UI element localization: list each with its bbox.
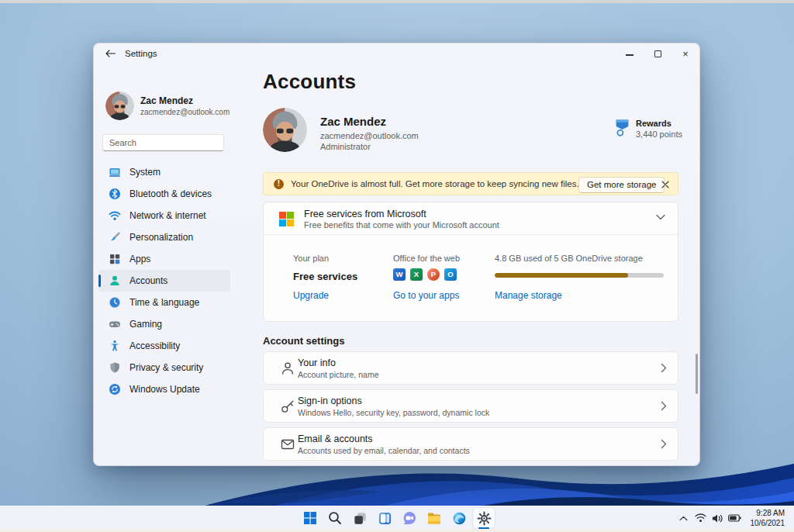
sidebar-item-label: Personalization (129, 232, 193, 243)
task-view-button[interactable] (349, 508, 371, 528)
system-icon (109, 166, 121, 178)
get-more-storage-button[interactable]: Get more storage (578, 177, 665, 193)
profile-name: Zac Mendez (320, 115, 419, 128)
sidebar-item-system[interactable]: System (98, 161, 230, 183)
taskbar: 9:28 AM 10/6/2021 (0, 506, 794, 529)
edge-browser-icon (452, 511, 467, 526)
sidebar-item-label: Time & language (129, 297, 199, 308)
settings-search[interactable] (102, 134, 224, 151)
widgets-button[interactable] (374, 508, 395, 528)
speaker-icon (712, 513, 723, 523)
upgrade-link[interactable]: Upgrade (293, 290, 329, 301)
manage-storage-link[interactable]: Manage storage (495, 290, 562, 301)
powerpoint-icon[interactable]: P (427, 268, 440, 281)
update-icon (109, 383, 121, 396)
sidebar-item-label: Bluetooth & devices (129, 188, 212, 199)
clock-time: 9:28 AM (751, 508, 785, 519)
sign-in-options-row[interactable]: Sign-in options Windows Hello, security … (263, 389, 678, 423)
sidebar-item-label: Gaming (129, 319, 162, 330)
rewards-points: 3,440 points (636, 130, 682, 139)
search-button[interactable] (324, 508, 346, 528)
office-app-icons: W X P O (393, 268, 457, 281)
teams-chat-icon (402, 510, 417, 526)
window-titlebar: Settings × (94, 43, 699, 64)
search-icon (328, 511, 342, 525)
go-to-apps-link[interactable]: Go to your apps (393, 290, 459, 301)
sidebar-user-account[interactable]: Zac Mendez zacmendez@outlook.com (105, 92, 230, 120)
account-settings-heading: Account settings (263, 335, 344, 347)
row-title: Email & accounts (298, 434, 373, 444)
maximize-icon (654, 50, 661, 57)
chevron-up-icon (679, 516, 688, 521)
file-explorer-button[interactable] (423, 508, 445, 528)
minimize-button[interactable] (616, 43, 644, 64)
rewards-widget[interactable]: Rewards 3,440 points (614, 119, 682, 139)
brush-icon (109, 231, 121, 244)
profile-header: Zac Mendez zacmendez@outlook.com Adminis… (263, 108, 419, 152)
plan-value: Free services (293, 271, 357, 282)
accounts-page: Accounts (249, 64, 699, 465)
bluetooth-icon (109, 188, 121, 200)
sidebar-user-email: zacmendez@outlook.com (140, 108, 230, 116)
banner-message: Your OneDrive is almost full. Get more s… (291, 179, 579, 188)
clock-date: 10/6/2021 (751, 518, 785, 529)
sidebar-item-time-language[interactable]: Time & language (98, 292, 230, 313)
storage-progress-fill (495, 273, 628, 278)
chevron-right-icon (661, 401, 667, 411)
office-column-label: Office for the web (393, 254, 460, 263)
accessibility-icon (109, 340, 121, 352)
settings-window: Settings × (93, 43, 700, 466)
profile-email: zacmendez@outlook.com (320, 131, 419, 140)
key-icon (280, 399, 295, 414)
accounts-person-icon (109, 275, 121, 287)
taskbar-clock[interactable]: 9:28 AM 10/6/2021 (744, 508, 790, 529)
excel-icon[interactable]: X (410, 268, 423, 281)
apps-icon (109, 253, 121, 265)
window-controls: × (616, 43, 699, 64)
sidebar-item-privacy-security[interactable]: Privacy & security (98, 357, 230, 378)
sidebar-item-accessibility[interactable]: Accessibility (98, 335, 230, 357)
windows-start-icon (303, 511, 317, 525)
battery-status-button[interactable] (727, 509, 743, 527)
sidebar-item-personalization[interactable]: Personalization (98, 226, 230, 248)
mail-icon (280, 437, 295, 452)
volume-status-button[interactable] (710, 509, 726, 527)
outlook-icon[interactable]: O (444, 268, 457, 281)
sidebar-item-label: Accounts (129, 275, 167, 286)
sidebar-item-windows-update[interactable]: Windows Update (98, 378, 230, 400)
edge-button[interactable] (448, 508, 470, 528)
back-button[interactable] (100, 46, 120, 61)
close-icon: × (682, 49, 689, 59)
sidebar-item-network-internet[interactable]: Network & internet (98, 205, 230, 226)
screen-bottom-border (0, 529, 794, 532)
wifi-status-button[interactable] (693, 509, 709, 527)
tray-overflow-button[interactable] (676, 509, 692, 527)
banner-close-button[interactable] (659, 178, 671, 191)
card-subtitle: Free benefits that come with your Micros… (304, 220, 499, 230)
desktop: Settings × (0, 0, 794, 532)
settings-taskbar-button[interactable] (473, 508, 495, 528)
close-button[interactable]: × (671, 43, 699, 64)
maximize-button[interactable] (644, 43, 671, 64)
search-input[interactable] (109, 138, 219, 147)
sidebar-item-apps[interactable]: Apps (98, 248, 230, 270)
microsoft-logo-icon (279, 212, 294, 226)
system-tray: 9:28 AM 10/6/2021 (676, 506, 790, 530)
sidebar-item-label: Windows Update (129, 384, 200, 395)
your-info-row[interactable]: Your info Account picture, name (263, 351, 678, 385)
start-button[interactable] (299, 508, 321, 528)
sidebar-item-label: Accessibility (129, 340, 180, 351)
sidebar-item-label: Privacy & security (129, 362, 203, 373)
sidebar-user-name: Zac Mendez (140, 95, 230, 106)
chat-button[interactable] (399, 508, 420, 528)
sidebar-item-accounts[interactable]: Accounts (98, 270, 230, 292)
free-services-expander[interactable]: Free services from Microsoft Free benefi… (264, 202, 678, 235)
sidebar-item-gaming[interactable]: Gaming (98, 313, 230, 335)
sidebar-item-bluetooth-devices[interactable]: Bluetooth & devices (98, 183, 230, 205)
sidebar-item-label: System (129, 167, 161, 178)
content-scrollbar[interactable] (696, 354, 698, 394)
email-accounts-row[interactable]: Email & accounts Accounts used by email,… (263, 427, 678, 461)
wifi-icon (109, 209, 121, 222)
widgets-icon (378, 511, 392, 526)
word-icon[interactable]: W (393, 268, 406, 281)
